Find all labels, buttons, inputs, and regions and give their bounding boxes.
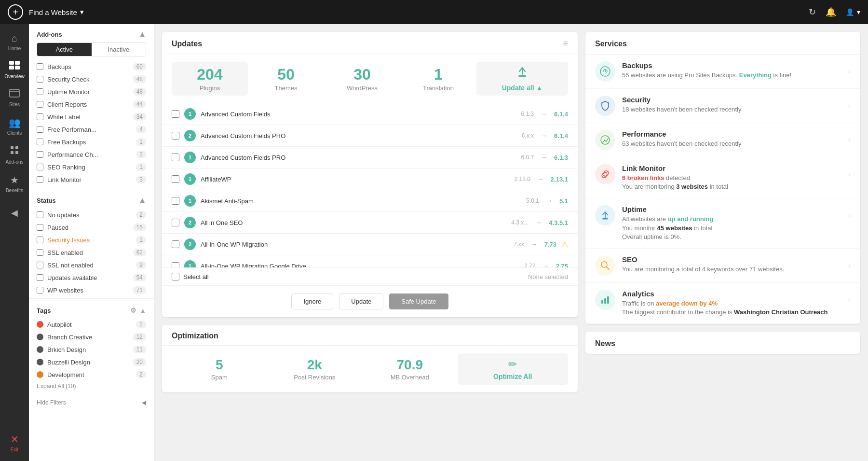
tag-settings-icon[interactable]: ⚙ bbox=[130, 307, 136, 314]
service-desc-performance: 63 websites haven't been checked recentl… bbox=[622, 140, 841, 148]
addon-item-uptime[interactable]: Uptime Monitor 48 bbox=[29, 85, 154, 98]
plugin-arrow-3: → bbox=[537, 175, 544, 183]
addon-checkbox-freebackups[interactable] bbox=[37, 139, 43, 145]
status-checkbox-paused[interactable] bbox=[37, 224, 43, 231]
plugin-checkbox-2[interactable] bbox=[172, 154, 179, 161]
plugin-checkbox-7[interactable] bbox=[172, 262, 179, 267]
addon-checkbox-security[interactable] bbox=[37, 76, 43, 83]
tags-toggle-icon[interactable]: ▲ bbox=[139, 307, 146, 314]
tab-active[interactable]: Active bbox=[37, 43, 92, 56]
user-menu[interactable]: 👤 ▾ bbox=[846, 8, 860, 16]
addon-item-perfcheck[interactable]: Performance Ch... 3 bbox=[29, 148, 154, 161]
plugin-checkbox-5[interactable] bbox=[172, 219, 179, 226]
updates-menu-icon[interactable]: ≡ bbox=[563, 39, 568, 49]
sidebar-item-benefits[interactable]: ★ Benefits bbox=[0, 169, 29, 198]
update-all-button[interactable]: Update all ▲ bbox=[476, 62, 568, 96]
stat-wordpress[interactable]: 30 WordPress bbox=[324, 62, 400, 96]
plugin-badge-4: 1 bbox=[184, 195, 196, 207]
status-security-issues[interactable]: Security Issues 1 bbox=[29, 234, 154, 246]
status-wp-websites[interactable]: WP websites 71 bbox=[29, 284, 154, 296]
status-checkbox-ssl-enabled[interactable] bbox=[37, 249, 43, 256]
addon-checkbox-freeperf[interactable] bbox=[37, 126, 43, 133]
addon-item-seoranking[interactable]: SEO Ranking 1 bbox=[29, 161, 154, 173]
service-item-uptime[interactable]: Uptime All websites are up and running .… bbox=[585, 198, 860, 249]
find-website-dropdown[interactable]: Find a Website ▾ bbox=[29, 8, 84, 16]
update-button[interactable]: Update bbox=[339, 293, 383, 309]
plugin-to-5: 4.3.5.1 bbox=[549, 219, 568, 226]
safe-update-button[interactable]: Safe Update bbox=[389, 293, 448, 309]
stat-themes[interactable]: 50 Themes bbox=[248, 62, 324, 96]
tag-brkich-design[interactable]: Brkich Design 11 bbox=[29, 343, 154, 356]
tag-autopilot[interactable]: Autopilot 2 bbox=[29, 318, 154, 331]
status-checkbox-updates[interactable] bbox=[37, 274, 43, 281]
tab-inactive[interactable]: Inactive bbox=[92, 43, 146, 56]
service-content-security: Security 18 websites haven't been checke… bbox=[622, 96, 841, 114]
plugin-checkbox-6[interactable] bbox=[172, 240, 179, 248]
sidebar-item-overview[interactable]: Overview bbox=[0, 56, 29, 84]
tags-header-icons: ⚙ ▲ bbox=[130, 307, 146, 314]
tag-development[interactable]: Development 2 bbox=[29, 368, 154, 381]
service-item-linkmonitor[interactable]: Link Monitor 6 broken links detectedYou … bbox=[585, 157, 860, 198]
sidebar-item-home[interactable]: ⌂ Home bbox=[0, 28, 29, 56]
status-toggle-icon[interactable]: ▲ bbox=[138, 196, 146, 205]
ignore-button[interactable]: Ignore bbox=[291, 293, 333, 309]
service-item-backups[interactable]: Backups 55 websites are using Pro Sites … bbox=[585, 55, 860, 89]
status-checkbox-wp[interactable] bbox=[37, 287, 43, 293]
addon-item-freeperf[interactable]: Free Performan... 4 bbox=[29, 123, 154, 136]
select-all-checkbox[interactable] bbox=[172, 273, 179, 280]
plugin-checkbox-3[interactable] bbox=[172, 175, 179, 183]
status-checkbox-noupdates[interactable] bbox=[37, 211, 43, 218]
addon-checkbox-seoranking[interactable] bbox=[37, 164, 43, 170]
sidebar-item-addons[interactable]: Add-ons bbox=[0, 140, 29, 169]
addon-item-freebackups[interactable]: Free Backups 1 bbox=[29, 136, 154, 148]
bell-icon[interactable]: 🔔 bbox=[826, 7, 836, 17]
nav-collapse-btn[interactable]: ◀ bbox=[0, 203, 29, 223]
addon-item-backups[interactable]: Backups 60 bbox=[29, 60, 154, 73]
stat-translation[interactable]: 1 Translation bbox=[400, 62, 476, 96]
service-icon-linkmonitor bbox=[595, 164, 615, 184]
plugin-from-5: 4.3.x... bbox=[511, 219, 529, 226]
sidebar-item-sites[interactable]: Sites bbox=[0, 84, 29, 112]
refresh-icon[interactable]: ↻ bbox=[809, 7, 816, 17]
tag-branch-creative[interactable]: Branch Creative 12 bbox=[29, 331, 154, 343]
service-item-performance[interactable]: Performance 63 websites haven't been che… bbox=[585, 123, 860, 157]
status-no-updates[interactable]: No updates 2 bbox=[29, 209, 154, 221]
addon-checkbox-linkmonitor[interactable] bbox=[37, 176, 43, 183]
expand-all-tags[interactable]: Expand All (10) bbox=[29, 381, 154, 391]
service-item-seo[interactable]: SEO You are monitoring a total of 4 keyw… bbox=[585, 249, 860, 283]
status-ssl-enabled[interactable]: SSL enabled 62 bbox=[29, 246, 154, 259]
plugin-checkbox-4[interactable] bbox=[172, 197, 179, 205]
opt-stat-revisions[interactable]: 2k Post Revisions bbox=[267, 353, 363, 385]
addon-checkbox-clientreports[interactable] bbox=[37, 101, 43, 108]
addon-item-security[interactable]: Security Check 48 bbox=[29, 73, 154, 85]
opt-stat-spam[interactable]: 5 Spam bbox=[172, 353, 267, 385]
addon-checkbox-uptime[interactable] bbox=[37, 88, 43, 95]
sidebar-item-clients[interactable]: 👥 Clients bbox=[0, 112, 29, 140]
sidebar-item-exit[interactable]: ✕ Exit bbox=[0, 429, 29, 457]
addon-checkbox-whitelabel[interactable] bbox=[37, 113, 43, 120]
status-checkbox-security[interactable] bbox=[37, 237, 43, 243]
addon-checkbox-perfcheck[interactable] bbox=[37, 151, 43, 158]
hide-filters[interactable]: Hide Filters ◀ bbox=[29, 391, 154, 408]
addon-item-linkmonitor[interactable]: Link Monitor 3 bbox=[29, 173, 154, 186]
addon-count-whitelabel: 34 bbox=[133, 113, 146, 121]
status-updates-available[interactable]: Updates available 54 bbox=[29, 271, 154, 284]
service-content-uptime: Uptime All websites are up and running .… bbox=[622, 205, 841, 241]
plugin-checkbox-1[interactable] bbox=[172, 132, 179, 140]
service-item-analytics[interactable]: Analytics Traffic is on average down by … bbox=[585, 283, 860, 324]
status-paused[interactable]: Paused 15 bbox=[29, 221, 154, 234]
plugin-row-3: 1 AffiliateWP 2.13.0 → 2.13.1 bbox=[162, 168, 578, 190]
opt-stat-overhead[interactable]: 70.9 MB Overhead bbox=[362, 353, 458, 385]
addon-checkbox-backups[interactable] bbox=[37, 63, 43, 70]
optimize-all-button[interactable]: ✏ Optimize All bbox=[458, 353, 569, 385]
service-item-security[interactable]: Security 18 websites haven't been checke… bbox=[585, 89, 860, 123]
addon-item-whitelabel[interactable]: White Label 34 bbox=[29, 111, 154, 123]
add-button[interactable]: + bbox=[8, 4, 23, 20]
stat-plugins[interactable]: 204 Plugins bbox=[172, 62, 248, 96]
addon-item-clientreports[interactable]: Client Reports 44 bbox=[29, 98, 154, 111]
tag-buzzelli[interactable]: Buzzelli Design 20 bbox=[29, 356, 154, 368]
plugin-checkbox-0[interactable] bbox=[172, 110, 179, 118]
addons-toggle-icon[interactable]: ▲ bbox=[138, 30, 146, 39]
status-checkbox-ssl-not-enabled[interactable] bbox=[37, 262, 43, 268]
status-ssl-not-enabled[interactable]: SSL not enabled 9 bbox=[29, 259, 154, 271]
